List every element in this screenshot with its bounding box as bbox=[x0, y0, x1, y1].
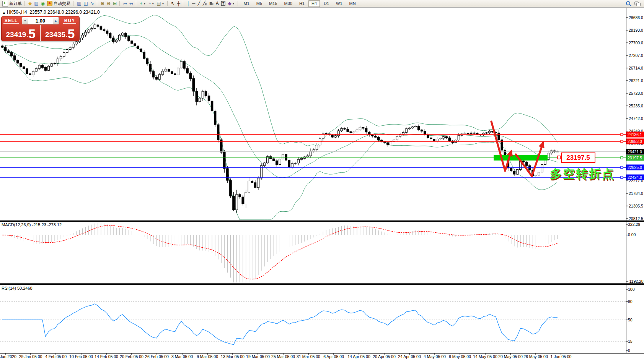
sell-price[interactable]: 23419.5 bbox=[2, 25, 40, 41]
zoom-in-icon-glyph: ⊕ bbox=[101, 1, 104, 6]
volume-box: ▼ 1.00 ▲ bbox=[22, 17, 59, 24]
text-icon[interactable]: A bbox=[215, 0, 220, 7]
equidistant-channel-icon-sub: E bbox=[205, 3, 207, 6]
zoom-in-icon[interactable]: ⊕ bbox=[99, 0, 106, 7]
toolbar-separator bbox=[73, 1, 74, 6]
svg-text:27700.0: 27700.0 bbox=[629, 41, 643, 45]
svg-text:31 Mar 05:00: 31 Mar 05:00 bbox=[297, 354, 320, 359]
add-indicator-icon[interactable]: +▼ bbox=[139, 0, 147, 7]
new-order-button-icon bbox=[2, 1, 8, 6]
periods-icon[interactable]: ◔▼ bbox=[147, 0, 155, 7]
chart-canvas[interactable]: 28686.028193.027700.027207.026714.026221… bbox=[0, 7, 644, 360]
svg-text:1 Jun 05:00: 1 Jun 05:00 bbox=[551, 354, 572, 359]
svg-text:25235.0: 25235.0 bbox=[629, 104, 643, 108]
key-level-price-label[interactable]: 23197.5 bbox=[561, 152, 595, 163]
arrows-icon[interactable]: ◆▼ bbox=[227, 0, 236, 7]
toolbar-items: 新订单◆▨◉自动交易▥◫∿⊕⊖⊞↦↤+▼◔▼▤▼↖┼│─╱╱E≡FAT◆▼ bbox=[1, 0, 240, 7]
zoom-out-icon[interactable]: ⊖ bbox=[106, 0, 112, 7]
crosshair-icon-glyph: ┼ bbox=[177, 1, 181, 6]
bar-chart-icon[interactable]: ▥ bbox=[76, 0, 82, 7]
sell-button[interactable]: SELL bbox=[2, 18, 21, 23]
svg-text:25 Mar 05:00: 25 Mar 05:00 bbox=[271, 354, 295, 359]
timeframe-m15[interactable]: M15 bbox=[266, 0, 280, 7]
cursor-icon[interactable]: ↖ bbox=[170, 0, 176, 7]
timeframe-h4[interactable]: H4 bbox=[308, 0, 320, 7]
new-order-button[interactable]: 新订单 bbox=[1, 0, 23, 7]
periods-icon-glyph: ◔ bbox=[148, 1, 151, 6]
timeframe-m30[interactable]: M30 bbox=[281, 0, 295, 7]
vertical-line-icon[interactable]: │ bbox=[186, 0, 191, 7]
add-indicator-icon-caret[interactable]: ▼ bbox=[143, 2, 146, 5]
chart-shift-icon-glyph: ↤ bbox=[129, 1, 133, 6]
search-icon[interactable] bbox=[626, 1, 631, 6]
svg-text:0: 0 bbox=[628, 348, 630, 353]
symbol-ohlc: 23557.0 23648.0 23296.0 23421.0 bbox=[29, 10, 100, 15]
candlestick-chart-icon-glyph: ◫ bbox=[83, 1, 88, 6]
periods-icon-caret[interactable]: ▼ bbox=[152, 2, 154, 5]
candlestick-chart-icon[interactable]: ◫ bbox=[82, 0, 89, 7]
timeframe-w1[interactable]: W1 bbox=[333, 0, 346, 7]
buy-price[interactable]: 23435.5 bbox=[40, 25, 80, 41]
new-window-icon[interactable]: ▨ bbox=[33, 0, 39, 7]
notifications-icon[interactable]: ◉ bbox=[40, 0, 46, 7]
svg-text:24 Apr 05:00: 24 Apr 05:00 bbox=[398, 354, 421, 359]
timeframe-h1[interactable]: H1 bbox=[296, 0, 308, 7]
svg-text:21784.0: 21784.0 bbox=[629, 191, 643, 196]
text-icon-glyph: A bbox=[216, 1, 219, 6]
line-chart-icon[interactable]: ∿ bbox=[89, 0, 95, 7]
svg-text:50: 50 bbox=[628, 318, 633, 322]
fibonacci-icon[interactable]: ≡F bbox=[208, 0, 215, 7]
crosshair-icon[interactable]: ┼ bbox=[176, 0, 182, 7]
svg-text:20 May 05:00: 20 May 05:00 bbox=[498, 354, 523, 359]
arrows-icon-caret[interactable]: ▼ bbox=[232, 2, 235, 5]
toolbar: 新订单◆▨◉自动交易▥◫∿⊕⊖⊞↦↤+▼◔▼▤▼↖┼│─╱╱E≡FAT◆▼ M1… bbox=[0, 0, 644, 7]
templates-icon[interactable]: ▤▼ bbox=[155, 0, 165, 7]
buy-button[interactable]: BUY bbox=[60, 18, 79, 23]
svg-text:14 Apr 05:00: 14 Apr 05:00 bbox=[347, 354, 370, 359]
chart-shift-icon[interactable]: ↤ bbox=[128, 0, 134, 7]
svg-text:14 May 05:00: 14 May 05:00 bbox=[473, 354, 497, 359]
svg-text:-1192.28: -1192.28 bbox=[628, 279, 644, 284]
auto-scroll-icon[interactable]: ↦ bbox=[122, 0, 128, 7]
chat-icon[interactable] bbox=[634, 1, 641, 6]
chinese-annotation-text[interactable]: 多空转折点 bbox=[550, 166, 615, 182]
equidistant-channel-icon[interactable]: ╱E bbox=[201, 0, 208, 7]
svg-text:26 Feb 05:00: 26 Feb 05:00 bbox=[145, 354, 169, 359]
svg-text:28193.0: 28193.0 bbox=[629, 28, 643, 32]
templates-icon-caret[interactable]: ▼ bbox=[162, 2, 165, 5]
svg-text:23421.0: 23421.0 bbox=[628, 149, 642, 154]
rsi-indicator-label: RSI(14) 50.2468 bbox=[2, 286, 33, 290]
svg-text:4 Feb 05:00: 4 Feb 05:00 bbox=[45, 354, 67, 359]
text-label-icon-glyph: T bbox=[221, 1, 226, 6]
trendline-icon[interactable]: ╱ bbox=[196, 0, 201, 7]
timeframe-m1[interactable]: M1 bbox=[241, 0, 253, 7]
svg-text:24742.0: 24742.0 bbox=[629, 116, 643, 121]
toolbar-separator bbox=[136, 1, 137, 6]
collapse-marker-icon[interactable]: ▲ bbox=[2, 11, 6, 15]
timeframe-m5[interactable]: M5 bbox=[253, 0, 265, 7]
tile-windows-icon[interactable]: ⊞ bbox=[112, 0, 118, 7]
toolbar-separator bbox=[238, 1, 239, 6]
autotrading-button-label: 自动交易 bbox=[54, 1, 70, 6]
cursor-icon-glyph: ↖ bbox=[171, 1, 175, 6]
macd-indicator-label: MACD(12,26,9) -215.23 -273.12 bbox=[2, 222, 62, 227]
horizontal-line-icon[interactable]: ─ bbox=[191, 0, 197, 7]
svg-text:21305.5: 21305.5 bbox=[629, 204, 643, 208]
volume-decrease-button[interactable]: ▼ bbox=[22, 17, 28, 24]
volume-input[interactable]: 1.00 bbox=[28, 17, 53, 24]
new-order-button-label: 新订单 bbox=[9, 1, 22, 6]
vertical-line-icon-glyph: │ bbox=[187, 1, 190, 6]
history-center-icon[interactable]: ◆ bbox=[27, 0, 33, 7]
svg-text:25728.0: 25728.0 bbox=[629, 91, 643, 96]
toolbar-separator bbox=[24, 1, 26, 6]
autotrading-button-icon bbox=[47, 1, 52, 6]
timeframe-mn[interactable]: MN bbox=[346, 0, 359, 7]
svg-text:9 Mar 05:00: 9 Mar 05:00 bbox=[197, 354, 218, 359]
timeframe-d1[interactable]: D1 bbox=[321, 0, 332, 7]
autotrading-button[interactable]: 自动交易 bbox=[46, 0, 72, 7]
svg-text:20 Feb 05:00: 20 Feb 05:00 bbox=[120, 354, 143, 359]
svg-text:15: 15 bbox=[628, 339, 633, 344]
text-label-icon[interactable]: T bbox=[220, 0, 227, 7]
bollinger-bands-layer bbox=[2, 15, 558, 220]
volume-increase-button[interactable]: ▲ bbox=[53, 17, 59, 24]
